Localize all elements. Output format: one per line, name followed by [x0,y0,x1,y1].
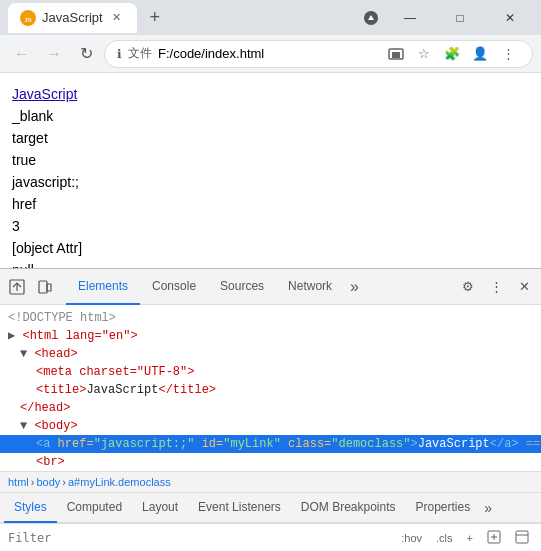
tab-close-button[interactable]: ✕ [109,10,125,26]
bottom-panel-tabs: Styles Computed Layout Event Listeners D… [0,493,541,523]
tab-title: JavaScript [42,10,103,25]
protocol-label: 文件 [128,45,152,62]
filter-bar: :hov .cls + [0,523,541,551]
more-bottom-tabs-button[interactable]: » [480,500,496,516]
content-line-6: 3 [12,215,529,237]
head-tag-line[interactable]: ▼ <head> [0,345,541,363]
tab-sources[interactable]: Sources [208,269,276,305]
tab-layout[interactable]: Layout [132,493,188,523]
tab-console[interactable]: Console [140,269,208,305]
menu-icon[interactable]: ⋮ [496,42,520,66]
tab-elements[interactable]: Elements [66,269,140,305]
toggle-sidebar-icon[interactable] [511,528,533,548]
forward-button[interactable]: → [40,40,68,68]
tab-event-listeners[interactable]: Event Listeners [188,493,291,523]
svg-rect-13 [516,531,528,543]
content-line-3: true [12,149,529,171]
svg-rect-9 [47,284,51,291]
page-content: JavaScript _blank target true javascript… [0,73,541,268]
content-line-2: target [12,127,529,149]
devtools-panel: Elements Console Sources Network » ⚙ ⋮ ✕… [0,268,541,551]
more-options-icon[interactable]: ⋮ [483,274,509,300]
inspect-element-icon[interactable] [4,274,30,300]
add-style-rule-button[interactable]: + [463,530,477,546]
more-tabs-button[interactable]: » [344,269,365,305]
device-toolbar-icon[interactable] [32,274,58,300]
maximize-button[interactable]: □ [437,3,483,33]
devtools-left-icons [4,274,58,300]
close-devtools-icon[interactable]: ✕ [511,274,537,300]
back-button[interactable]: ← [8,40,36,68]
breadcrumb-active[interactable]: a#myLink.democlass [68,476,171,488]
cls-filter-button[interactable]: .cls [432,530,457,546]
browser-tab[interactable]: JS JavaScript ✕ [8,3,137,33]
hov-filter-button[interactable]: :hov [397,530,426,546]
address-bar-icons: ☆ 🧩 👤 ⋮ [384,42,520,66]
svg-text:JS: JS [24,15,32,23]
url-text: F:/code/index.html [158,46,264,61]
new-tab-button[interactable]: + [141,4,169,32]
minimize-button[interactable]: — [387,3,433,33]
elements-panel: <!DOCTYPE html> ▶ <html lang="en"> ▼ <he… [0,305,541,471]
close-button[interactable]: ✕ [487,3,533,33]
extensions-icon[interactable]: 🧩 [440,42,464,66]
head-close-line[interactable]: </head> [0,399,541,417]
window-controls: — □ ✕ [387,3,533,33]
devtools-right-icons: ⚙ ⋮ ✕ [455,274,537,300]
html-tag-line[interactable]: ▶ <html lang="en"> [0,327,541,345]
svg-rect-5 [392,52,400,58]
address-input[interactable]: ℹ 文件 F:/code/index.html ☆ 🧩 👤 ⋮ [104,40,533,68]
breadcrumb-body[interactable]: body [36,476,60,488]
filter-input[interactable] [8,531,391,545]
content-line-7: [object Attr] [12,237,529,259]
title-bar: JS JavaScript ✕ + — □ ✕ [0,0,541,35]
chrome-downloads-icon[interactable] [357,4,385,32]
body-tag-line[interactable]: ▼ <body> [0,417,541,435]
breadcrumb-html[interactable]: html [8,476,29,488]
tab-computed[interactable]: Computed [57,493,132,523]
br-tag-line[interactable]: <br> [0,453,541,471]
new-style-rule-icon[interactable] [483,528,505,548]
anchor-tag-line[interactable]: <a href="javascript:;" id="myLink" class… [0,435,541,453]
content-line-1: _blank [12,105,529,127]
tab-styles[interactable]: Styles [4,493,57,523]
meta-tag-line[interactable]: <meta charset="UTF-8"> [0,363,541,381]
tab-favicon: JS [20,10,36,26]
doctype-line: <!DOCTYPE html> [0,309,541,327]
cast-icon[interactable] [384,42,408,66]
devtools-toolbar: Elements Console Sources Network » ⚙ ⋮ ✕ [0,269,541,305]
address-bar: ← → ↻ ℹ 文件 F:/code/index.html ☆ 🧩 👤 ⋮ [0,35,541,73]
reload-button[interactable]: ↻ [72,40,100,68]
tab-network[interactable]: Network [276,269,344,305]
content-line-8: null [12,259,529,268]
protocol-icon: ℹ [117,47,122,61]
devtools-tabs: Elements Console Sources Network » [66,269,365,305]
bookmark-icon[interactable]: ☆ [412,42,436,66]
breadcrumb: html › body › a#myLink.democlass [0,471,541,493]
tab-properties[interactable]: Properties [406,493,481,523]
javascript-link[interactable]: JavaScript [12,86,77,102]
content-line-0: JavaScript [12,83,529,105]
tab-dom-breakpoints[interactable]: DOM Breakpoints [291,493,406,523]
title-tag-line[interactable]: <title>JavaScript</title> [0,381,541,399]
content-line-4: javascript:; [12,171,529,193]
content-line-5: href [12,193,529,215]
profile-icon[interactable]: 👤 [468,42,492,66]
settings-icon[interactable]: ⚙ [455,274,481,300]
svg-rect-8 [39,281,47,293]
